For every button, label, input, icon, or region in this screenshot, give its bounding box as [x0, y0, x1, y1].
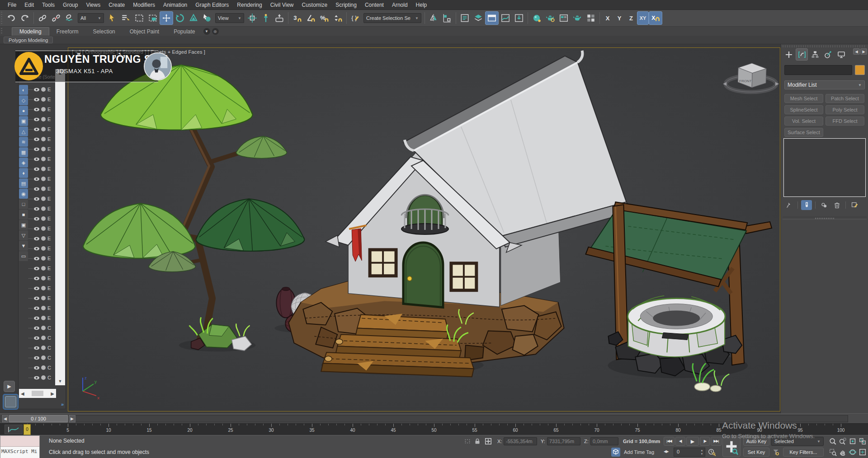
explorer-row[interactable]: E [28, 174, 56, 184]
snap-3d-icon[interactable]: 3 [290, 11, 304, 25]
previous-frame-button[interactable]: ◀ [2, 415, 9, 422]
visibility-eye-icon[interactable] [33, 227, 40, 231]
select-by-name-icon[interactable] [119, 11, 132, 25]
object-name[interactable]: E [47, 305, 51, 311]
display-spacewarps-icon[interactable]: ≋ [19, 137, 28, 147]
visibility-eye-icon[interactable] [33, 88, 40, 92]
menu-tools[interactable]: Tools [38, 0, 59, 10]
object-name[interactable]: E [47, 97, 51, 102]
display-xrefs-icon[interactable]: ◈ [19, 158, 28, 168]
explorer-row[interactable]: C [28, 353, 56, 363]
frozen-toggle-icon[interactable] [41, 355, 46, 360]
object-name[interactable]: E [47, 315, 51, 321]
object-name[interactable]: E [47, 146, 51, 152]
select-scale-icon[interactable] [187, 11, 200, 25]
bind-spacewarp-icon[interactable] [63, 11, 76, 25]
explorer-vertical-scrollbar[interactable]: ▲ ▼ [55, 69, 65, 385]
zoom-extents-all-icon[interactable] [858, 437, 867, 446]
scene-explorer-toggle-icon[interactable] [458, 11, 472, 25]
frozen-toggle-icon[interactable] [41, 177, 46, 181]
scene-explorer[interactable]: Name (Sorted ◐◇●▣△≋▦◈♦▤◉□■▣▽▼▭ EEEEEEEEE… [18, 51, 66, 409]
visibility-eye-icon[interactable] [33, 167, 40, 171]
zoom-all-icon[interactable] [838, 437, 847, 446]
frozen-toggle-icon[interactable] [41, 147, 46, 151]
ribbon-tab-populate[interactable]: Populate [166, 28, 202, 36]
play-button[interactable]: ▶ [686, 437, 699, 446]
named-selection-sets-dropdown[interactable]: Create Selection Se▼ [363, 13, 421, 23]
explorer-row[interactable]: E [28, 293, 56, 303]
menu-group[interactable]: Group [59, 0, 82, 10]
listener-script-row[interactable]: MAXScript Mi [0, 447, 39, 458]
visibility-eye-icon[interactable] [33, 366, 40, 370]
layout-tabs-expand-button[interactable]: ▶ [4, 381, 15, 392]
explorer-row[interactable]: E [28, 273, 56, 283]
schematic-view-icon[interactable] [512, 11, 526, 25]
object-name[interactable]: C [47, 335, 51, 341]
scroll-right-icon[interactable]: ▶ [51, 391, 54, 396]
show-end-result-icon[interactable] [801, 200, 812, 210]
go-to-start-button[interactable]: |◀◀ [664, 437, 675, 446]
scroll-up-icon[interactable]: ▲ [55, 69, 65, 77]
menu-graph-editors[interactable]: Graph Editors [191, 0, 233, 10]
object-name[interactable]: C [47, 345, 51, 351]
select-manipulate-icon[interactable] [259, 11, 273, 25]
auto-key-button[interactable]: Auto Key [743, 437, 769, 446]
explorer-row[interactable]: E [28, 313, 56, 323]
object-name[interactable]: E [47, 206, 51, 211]
ribbon-tab-object-paint[interactable]: Object Paint [123, 28, 166, 36]
object-name[interactable]: E [47, 236, 51, 241]
explorer-row[interactable]: E [28, 234, 56, 243]
constraint-x-button[interactable]: X [602, 11, 613, 25]
explorer-row[interactable]: E [28, 124, 56, 134]
new-container-icon[interactable]: ▭ [19, 251, 28, 261]
frozen-toggle-icon[interactable] [41, 87, 46, 92]
menu-scripting[interactable]: Scripting [331, 0, 361, 10]
object-name[interactable]: E [47, 156, 51, 162]
ribbon-minimize-icon[interactable]: ▼ [203, 28, 210, 35]
object-name[interactable]: E [47, 126, 51, 132]
frozen-toggle-icon[interactable] [41, 187, 46, 191]
frozen-toggle-icon[interactable] [41, 246, 46, 251]
use-pivot-center-icon[interactable] [245, 11, 259, 25]
set-keys-button[interactable] [722, 437, 741, 457]
menu-animation[interactable]: Animation [159, 0, 191, 10]
time-slider-grip[interactable]: 0 / 100 [9, 415, 68, 422]
frozen-toggle-icon[interactable] [41, 336, 46, 340]
frozen-toggle-icon[interactable] [41, 226, 46, 231]
frozen-toggle-icon[interactable] [41, 306, 46, 310]
zoom-icon[interactable] [828, 437, 837, 446]
splineselect-button[interactable]: SplineSelect [784, 105, 823, 114]
configure-modifier-sets-icon[interactable] [849, 200, 860, 210]
ribbon-config-icon[interactable]: ◎ [212, 28, 219, 35]
explorer-row[interactable]: C [28, 343, 56, 353]
key-mode-toggle-icon[interactable] [707, 448, 716, 457]
visibility-eye-icon[interactable] [33, 336, 40, 340]
object-name[interactable]: E [47, 186, 51, 192]
explorer-row[interactable]: C [28, 323, 56, 333]
hierarchy-tab-icon[interactable] [809, 48, 821, 61]
object-name[interactable]: E [47, 256, 51, 261]
frozen-toggle-icon[interactable] [41, 316, 46, 320]
menu-edit[interactable]: Edit [20, 0, 38, 10]
object-name[interactable]: E [47, 226, 51, 231]
visibility-eye-icon[interactable] [33, 237, 40, 241]
explorer-row[interactable]: E [28, 263, 56, 273]
explorer-row[interactable]: E [28, 134, 56, 144]
visibility-eye-icon[interactable] [33, 98, 40, 102]
zoom-extents-icon[interactable] [848, 437, 857, 446]
object-name[interactable]: E [47, 266, 51, 271]
visibility-eye-icon[interactable] [33, 157, 40, 161]
visibility-eye-icon[interactable] [33, 266, 40, 271]
display-cameras-icon[interactable]: ▣ [19, 116, 28, 126]
tabs-scroll-right-icon[interactable]: ▶ [860, 48, 867, 55]
scroll-down-icon[interactable]: ▼ [55, 377, 65, 385]
visibility-eye-icon[interactable] [33, 286, 40, 290]
display-frozen-objects-icon[interactable]: □ [19, 199, 28, 209]
constraint-z-button[interactable]: Z [625, 11, 637, 25]
modify-tab-icon[interactable] [796, 48, 808, 61]
menu-arnold[interactable]: Arnold [388, 0, 412, 10]
snap-spinner-icon[interactable] [331, 11, 344, 25]
frozen-toggle-icon[interactable] [41, 157, 46, 161]
rendered-frame-icon[interactable] [557, 11, 571, 25]
visibility-eye-icon[interactable] [33, 207, 40, 211]
